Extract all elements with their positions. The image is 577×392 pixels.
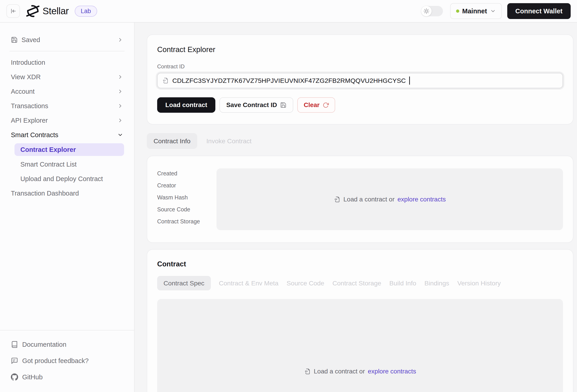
contract-id-input[interactable]: CDLZFC3SYJYDZT7K67VZ75HPJVIEUVNIXF47ZG2F…	[157, 73, 563, 88]
chevron-right-icon	[117, 37, 123, 43]
explore-contracts-link[interactable]: explore contracts	[368, 368, 416, 375]
sidebar-item-label: Contract Explorer	[20, 146, 76, 153]
save-contract-id-label: Save Contract ID	[226, 101, 277, 109]
explorer-actions: Load contract Save Contract ID Clear	[157, 97, 563, 113]
sidebar-item-label: API Explorer	[11, 117, 48, 124]
tab-bindings: Bindings	[424, 280, 449, 287]
book-icon	[11, 341, 18, 348]
contract-card-title: Contract	[157, 260, 563, 268]
refresh-icon	[323, 102, 329, 108]
sidebar-nav: Saved Introduction View XDR Account	[0, 23, 134, 330]
page-title: Contract Explorer	[157, 45, 563, 54]
empty-state-text: Load a contract or	[314, 368, 365, 375]
sidebar-item-contract-explorer[interactable]: Contract Explorer	[14, 143, 124, 156]
load-contract-label: Load contract	[165, 101, 207, 109]
sidebar-divider	[9, 51, 125, 51]
sidebar: Saved Introduction View XDR Account	[0, 23, 135, 392]
contract-icon	[334, 196, 341, 203]
feedback-icon	[11, 357, 18, 364]
contract-icon	[162, 77, 169, 84]
sidebar-item-view-xdr[interactable]: View XDR	[0, 70, 134, 84]
chevron-right-icon	[117, 89, 123, 94]
sidebar-item-label: View XDR	[11, 73, 41, 81]
sidebar-item-label: Got product feedback?	[22, 357, 89, 365]
sidebar-item-label: Transactions	[11, 102, 48, 110]
contract-info-panel: Created Creator Wasm Hash Source Code Co…	[147, 156, 573, 243]
sidebar-item-label: Introduction	[11, 59, 45, 66]
field-label-wasm-hash: Wasm Hash	[157, 194, 207, 206]
sidebar-item-account[interactable]: Account	[0, 84, 134, 99]
sidebar-item-label: GitHub	[22, 373, 42, 381]
empty-state-text: Load a contract or	[344, 196, 395, 203]
field-label-contract-storage: Contract Storage	[157, 218, 207, 230]
tab-contract-storage: Contract Storage	[332, 280, 381, 287]
contract-explorer-card: Contract Explorer Contract ID CDLZFC3SYJ…	[147, 34, 573, 125]
contract-icon	[304, 368, 311, 375]
tab-contract-env-meta: Contract & Env Meta	[219, 280, 279, 287]
field-label-source-code: Source Code	[157, 206, 207, 218]
sidebar-item-transactions[interactable]: Transactions	[0, 99, 134, 113]
tab-version-history: Version History	[457, 280, 501, 287]
sidebar-item-label: Transaction Dashboard	[11, 190, 79, 197]
contract-card: Contract Contract Spec Contract & Env Me…	[147, 249, 573, 392]
save-icon	[280, 102, 287, 108]
sidebar-item-api-explorer[interactable]: API Explorer	[0, 113, 134, 128]
sidebar-item-label: Account	[11, 88, 35, 95]
field-label-creator: Creator	[157, 182, 207, 194]
field-label-created: Created	[157, 170, 207, 182]
clear-label: Clear	[304, 101, 320, 109]
tab-invoke-contract: Invoke Contract	[206, 137, 252, 145]
sidebar-item-label: Smart Contracts	[11, 131, 58, 139]
brand-name: Stellar	[42, 6, 69, 17]
explore-contracts-link[interactable]: explore contracts	[397, 196, 446, 203]
contract-id-label: Contract ID	[157, 63, 563, 70]
sidebar-item-transaction-dashboard[interactable]: Transaction Dashboard	[0, 186, 134, 200]
network-label: Mainnet	[462, 7, 487, 15]
stellar-lab-app: Stellar Lab Mainnet Connect Wallet	[0, 0, 577, 392]
chevron-right-icon	[117, 103, 123, 109]
network-status-dot	[456, 9, 459, 13]
contract-card-empty-state: Load a contract or explore contracts	[157, 299, 563, 392]
sidebar-item-feedback[interactable]: Got product feedback?	[11, 353, 123, 369]
sidebar-item-upload-and-deploy[interactable]: Upload and Deploy Contract	[0, 171, 134, 186]
app-header: Stellar Lab Mainnet Connect Wallet	[0, 0, 577, 23]
clear-button[interactable]: Clear	[297, 97, 335, 113]
app-shell: Saved Introduction View XDR Account	[0, 23, 577, 392]
sidebar-item-smart-contract-list[interactable]: Smart Contract List	[0, 157, 134, 171]
theme-toggle[interactable]	[421, 6, 443, 16]
tab-build-info: Build Info	[389, 280, 416, 287]
sidebar-item-label: Upload and Deploy Contract	[20, 175, 103, 183]
chevron-down-icon	[117, 132, 123, 138]
tab-contract-info[interactable]: Contract Info	[147, 133, 197, 149]
collapse-sidebar-icon	[10, 8, 17, 14]
load-contract-button[interactable]: Load contract	[157, 97, 215, 113]
connect-wallet-button[interactable]: Connect Wallet	[507, 3, 571, 19]
tab-source-code: Source Code	[287, 280, 324, 287]
sidebar-item-github[interactable]: GitHub	[11, 369, 123, 385]
contract-info-fields: Created Creator Wasm Hash Source Code Co…	[157, 168, 207, 230]
sidebar-footer: Documentation Got product feedback? GitH…	[0, 330, 134, 392]
sidebar-item-label: Smart Contract List	[20, 161, 76, 168]
sidebar-item-saved[interactable]: Saved	[0, 33, 134, 47]
github-icon	[11, 373, 18, 381]
view-tabs: Contract Info Invoke Contract	[147, 133, 573, 149]
contract-info-empty-state: Load a contract or explore contracts	[216, 168, 563, 230]
stellar-logo[interactable]	[26, 4, 40, 18]
sidebar-item-introduction[interactable]: Introduction	[0, 55, 134, 70]
chevron-down-icon	[490, 8, 496, 14]
contract-tabs: Contract Spec Contract & Env Meta Source…	[157, 276, 563, 290]
main-content: Contract Explorer Contract ID CDLZFC3SYJ…	[135, 23, 577, 392]
contract-id-value: CDLZFC3SYJYDZT7K67VZ75HPJVIEUVNIXF47ZG2F…	[172, 77, 406, 84]
sidebar-item-documentation[interactable]: Documentation	[11, 336, 123, 353]
sidebar-item-smart-contracts[interactable]: Smart Contracts	[0, 128, 134, 142]
text-caret	[409, 76, 410, 85]
tab-contract-spec[interactable]: Contract Spec	[157, 276, 211, 290]
collapse-sidebar-button[interactable]	[6, 4, 20, 18]
chevron-right-icon	[117, 74, 123, 80]
sun-icon	[421, 6, 432, 16]
sidebar-item-label: Documentation	[22, 341, 66, 348]
lab-badge: Lab	[75, 6, 97, 17]
network-selector[interactable]: Mainnet	[450, 3, 502, 19]
save-contract-id-button[interactable]: Save Contract ID	[219, 97, 293, 113]
chevron-right-icon	[117, 117, 123, 123]
